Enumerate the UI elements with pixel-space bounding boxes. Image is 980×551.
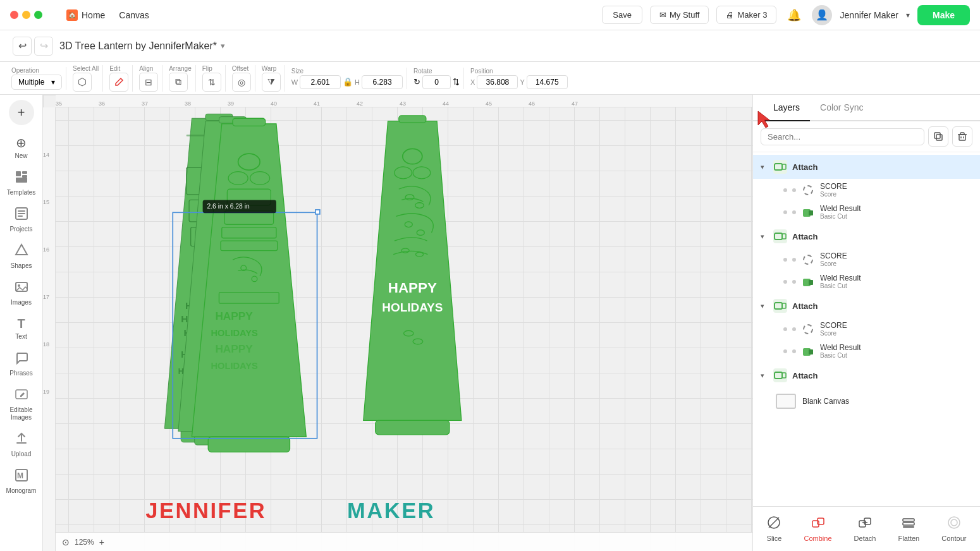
svg-rect-6 — [18, 213, 25, 214]
bottom-tools: Slice Combine Detach Flatten — [753, 506, 980, 551]
contour-tool[interactable]: Contour — [934, 512, 974, 546]
arrange-button[interactable]: ⧉ — [169, 73, 188, 92]
left-sidebar: + ⊕ New Templates Projects Shapes — [0, 95, 43, 551]
close-button[interactable] — [10, 11, 18, 19]
zoom-level: 125% — [75, 538, 94, 547]
score-icon-1 — [801, 183, 815, 197]
canvas-area[interactable]: 35 36 37 38 39 40 41 42 43 44 45 46 47 1… — [43, 95, 752, 551]
layer-group-3-header[interactable]: ▾ Attach — [753, 294, 980, 318]
canvas-label: Canvas — [119, 10, 149, 20]
zoom-in-btn[interactable]: + — [99, 537, 104, 547]
layer-group-2-header[interactable]: ▾ Attach — [753, 224, 980, 248]
sidebar-label-shapes: Shapes — [11, 262, 32, 270]
tab-color-sync[interactable]: Color Sync — [810, 95, 873, 121]
rotate-control: Rotate ↻ ⇅ — [413, 68, 460, 89]
svg-rect-76 — [775, 164, 782, 170]
position-x-input[interactable] — [477, 75, 518, 89]
layer-group-3: ▾ Attach SCORE Score — [753, 294, 980, 362]
layer-item-weld-3[interactable]: Weld Result Basic Cut — [753, 340, 980, 362]
flatten-tool[interactable]: Flatten — [891, 512, 928, 546]
maximize-button[interactable] — [34, 11, 42, 19]
slice-tool[interactable]: Slice — [759, 512, 790, 546]
save-button[interactable]: Save — [602, 6, 642, 24]
redo-button[interactable]: ↪ — [34, 37, 53, 56]
make-button[interactable]: Make — [917, 5, 970, 25]
user-name[interactable]: Jennifer Maker — [840, 10, 898, 20]
new-button[interactable]: + — [9, 100, 34, 125]
layers-search[interactable] — [761, 128, 924, 145]
combine-tool[interactable]: Combine — [796, 512, 839, 546]
edit-button[interactable] — [109, 73, 128, 92]
layer-item-weld-1[interactable]: Weld Result Basic Cut — [753, 201, 980, 223]
detach-label: Detach — [854, 535, 876, 542]
position-inputs: X Y — [470, 75, 568, 89]
detach-tool[interactable]: Detach — [847, 512, 884, 546]
layer-item-score-1[interactable]: SCORE Score — [753, 179, 980, 201]
minimize-button[interactable] — [22, 11, 30, 19]
svg-rect-84 — [775, 303, 782, 309]
flatten-label: Flatten — [898, 535, 920, 542]
flip-label: Flip — [202, 65, 212, 72]
sidebar-item-monogram[interactable]: M Monogram — [3, 463, 40, 499]
rotate-inputs: ↻ ⇅ — [413, 75, 460, 89]
maker3-button[interactable]: 🖨 Maker 3 — [716, 6, 776, 24]
layer-group-2: ▾ Attach SCORE Score — [753, 224, 980, 293]
score-text-1: SCORE Score — [820, 182, 847, 198]
align-button[interactable]: ⊟ — [139, 73, 158, 92]
blank-canvas-item[interactable]: Blank Canvas — [753, 389, 980, 414]
position-group: Position X Y — [467, 68, 572, 89]
sidebar-item-text[interactable]: T Text — [3, 312, 40, 344]
align-control: Align ⊟ — [139, 65, 158, 92]
flip-button[interactable]: ⇅ — [202, 73, 221, 92]
canvas-link[interactable]: Canvas — [114, 8, 154, 23]
sidebar-item-upload[interactable]: Upload — [3, 427, 40, 462]
sidebar-item-shapes[interactable]: Shapes — [3, 238, 40, 274]
mystuff-button[interactable]: ✉ My Stuff — [650, 6, 709, 24]
attach-icon-1 — [773, 160, 787, 174]
align-group: Align ⊟ — [135, 65, 162, 92]
shapes-icon — [15, 243, 28, 260]
svg-rect-99 — [903, 526, 914, 528]
svg-text:HOLIDAYS: HOLIDAYS — [211, 361, 258, 371]
project-title[interactable]: 3D Tree Lantern by JenniferMaker* ▾ — [59, 40, 225, 52]
sidebar-item-new[interactable]: ⊕ New — [3, 130, 40, 164]
layer-item-score-3[interactable]: SCORE Score — [753, 318, 980, 340]
sidebar-item-phrases[interactable]: Phrases — [3, 346, 40, 381]
sidebar-item-templates[interactable]: Templates — [3, 165, 40, 200]
layers-panel[interactable]: ▾ Attach SCORE Score — [753, 152, 980, 506]
notification-bell[interactable]: 🔔 — [784, 5, 804, 25]
position-y-input[interactable] — [527, 75, 568, 89]
svg-rect-75 — [960, 133, 964, 135]
lock-icon[interactable]: 🔒 — [343, 77, 353, 87]
rotate-input[interactable] — [422, 75, 451, 89]
svg-rect-71 — [959, 135, 965, 140]
svg-rect-88 — [775, 372, 782, 378]
layer-group-1-header[interactable]: ▾ Attach — [753, 155, 980, 179]
layer-item-weld-2[interactable]: Weld Result Basic Cut — [753, 270, 980, 293]
operation-selector[interactable]: Multiple ▾ — [11, 75, 62, 90]
sidebar-item-editable-images[interactable]: Editable Images — [3, 382, 40, 425]
sidebar-item-images[interactable]: Images — [3, 275, 40, 310]
offset-button[interactable]: ◎ — [232, 73, 251, 92]
offset-label: Offset — [232, 65, 249, 72]
score-text-3: SCORE Score — [820, 321, 847, 337]
rotate-label: Rotate — [413, 68, 432, 75]
size-h-input[interactable] — [362, 75, 403, 89]
size-w-input[interactable] — [300, 75, 341, 89]
layer-item-score-2[interactable]: SCORE Score — [753, 248, 980, 270]
sidebar-item-projects[interactable]: Projects — [3, 202, 40, 237]
user-menu-arrow[interactable]: ▾ — [906, 11, 910, 20]
top-bar: 🏠 Home Canvas Save ✉ My Stuff 🖨 Maker 3 … — [0, 0, 980, 30]
home-icon: 🏠 — [66, 9, 78, 21]
layers-copy-btn[interactable] — [928, 126, 948, 147]
undo-button[interactable]: ↩ — [13, 37, 32, 56]
rotate-stepper[interactable]: ⇅ — [453, 77, 460, 87]
layers-delete-btn[interactable] — [952, 126, 972, 147]
warp-button[interactable]: ⧩ — [262, 73, 281, 92]
ruler-vmark-16: 16 — [43, 246, 49, 253]
layer-group-4-header[interactable]: ▾ Attach — [753, 363, 980, 387]
home-link[interactable]: 🏠 Home — [61, 7, 110, 23]
svg-text:JENNIFER: JENNIFER — [145, 499, 266, 523]
tab-layers[interactable]: Layers — [763, 95, 810, 121]
select-all-button[interactable]: ⬡ — [73, 73, 92, 92]
